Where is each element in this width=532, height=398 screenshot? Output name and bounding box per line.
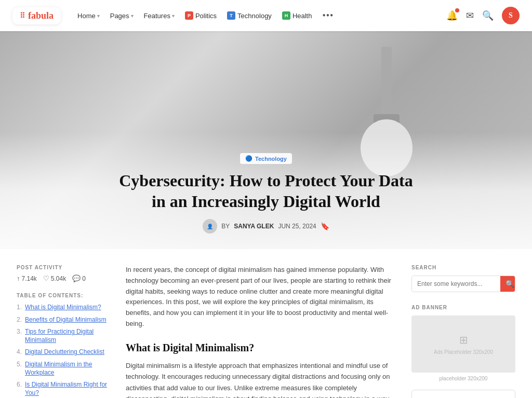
- nav-features[interactable]: Features ▾: [144, 12, 175, 20]
- chevron-down-icon: ▾: [172, 13, 175, 19]
- views-stat: ↑ 7.14k: [17, 275, 37, 282]
- article-section-heading: What is Digital Minimalism?: [126, 342, 396, 354]
- toc-item-2: 2. Benefits of Digital Minimalism: [17, 316, 110, 324]
- left-sidebar: POST ACTIVITY ↑ 7.14k ♡ 5.04k 💬 0 TABLE …: [17, 265, 110, 398]
- toc-item-4: 4. Digital Decluttering Checklist: [17, 348, 110, 356]
- notifications-button[interactable]: 🔔: [446, 10, 458, 21]
- toc-link-5[interactable]: Digital Minimalism in the Workplace: [25, 361, 110, 377]
- hero-overlay: 🔵 Technology Cybersecurity: How to Prote…: [0, 132, 532, 249]
- ad-banner-label: AD BANNER: [411, 305, 515, 310]
- more-options-icon[interactable]: •••: [322, 10, 334, 21]
- article-paragraph-1: Digital minimalism is a lifestyle approa…: [126, 360, 396, 398]
- nav-politics[interactable]: P Politics: [185, 11, 217, 20]
- ad-placeholder-text: Ads Placeholder 320x200: [434, 349, 493, 355]
- table-of-contents: 1. What is Digital Minimalism? 2. Benefi…: [17, 304, 110, 397]
- comments-count: 0: [82, 275, 86, 282]
- bookmark-icon[interactable]: 🔖: [321, 222, 329, 230]
- toc-link-4[interactable]: Digital Decluttering Checklist: [25, 348, 104, 356]
- post-stats: ↑ 7.14k ♡ 5.04k 💬 0: [17, 275, 110, 282]
- toc-link-6[interactable]: Is Digital Minimalism Right for You?: [25, 381, 110, 397]
- mail-button[interactable]: ✉: [466, 10, 474, 21]
- ad-banner-placeholder: ⊞ Ads Placeholder 320x200: [411, 315, 515, 373]
- right-sidebar: SEARCH 🔍 AD BANNER ⊞ Ads Placeholder 320…: [411, 265, 515, 398]
- comment-icon: 💬: [72, 275, 81, 282]
- article-category-tag[interactable]: 🔵 Technology: [240, 153, 292, 164]
- toc-item-6: 6. Is Digital Minimalism Right for You?: [17, 381, 110, 397]
- ad-size-label: placeholder 320x200: [411, 376, 515, 381]
- health-icon: H: [282, 11, 290, 20]
- logo-dots-icon: ⠿: [20, 11, 25, 20]
- technology-tag-icon: 🔵: [245, 155, 252, 162]
- technology-icon: T: [227, 11, 235, 20]
- toc-link-3[interactable]: Tips for Practicing Digital Minimalism: [25, 328, 110, 344]
- nav-health[interactable]: H Health: [282, 11, 312, 20]
- toc-item-5: 5. Digital Minimalism in the Workplace: [17, 361, 110, 377]
- navbar-left: ⠿ fabula Home ▾ Pages ▾ Features ▾ P Pol…: [12, 7, 334, 24]
- main-content: POST ACTIVITY ↑ 7.14k ♡ 5.04k 💬 0 TABLE …: [6, 265, 526, 398]
- search-box: 🔍: [411, 276, 515, 292]
- article-date: JUN 25, 2024: [278, 223, 316, 230]
- logo-text: fabula: [28, 10, 54, 21]
- author-name[interactable]: SANYA GLEK: [234, 223, 274, 230]
- likes-count: 5.04k: [51, 275, 66, 282]
- search-icon: 🔍: [482, 10, 494, 21]
- post-activity-label: POST ACTIVITY: [17, 265, 110, 270]
- toc-item-3: 3. Tips for Practicing Digital Minimalis…: [17, 328, 110, 344]
- toc-label: TABLE OF CONTENTS:: [17, 293, 110, 298]
- search-button[interactable]: 🔍: [482, 10, 494, 21]
- nav-pages[interactable]: Pages ▾: [110, 12, 134, 20]
- hero-section: 🔵 Technology Cybersecurity: How to Prote…: [0, 31, 532, 249]
- chevron-down-icon: ▾: [131, 13, 134, 19]
- search-submit-button[interactable]: 🔍: [500, 276, 515, 292]
- mail-icon: ✉: [466, 10, 474, 21]
- notification-dot: [455, 8, 459, 12]
- nav-technology[interactable]: T Technology: [227, 11, 272, 20]
- toc-link-1[interactable]: What is Digital Minimalism?: [25, 304, 101, 312]
- chart-icon: ↑: [17, 275, 20, 282]
- likes-stat: ♡ 5.04k: [43, 275, 66, 282]
- nav-home[interactable]: Home ▾: [77, 12, 100, 20]
- article-content: In recent years, the concept of digital …: [126, 265, 396, 398]
- search-input[interactable]: [412, 277, 500, 291]
- navbar: ⠿ fabula Home ▾ Pages ▾ Features ▾ P Pol…: [0, 0, 532, 31]
- politics-icon: P: [185, 11, 193, 20]
- comments-stat: 💬 0: [72, 275, 86, 282]
- toc-link-2[interactable]: Benefits of Digital Minimalism: [25, 316, 107, 324]
- article-title: Cybersecurity: How to Protect Your Data …: [110, 170, 422, 212]
- nav-links: Home ▾ Pages ▾ Features ▾ P Politics T T…: [77, 10, 334, 21]
- navbar-right: 🔔 ✉ 🔍 S: [446, 7, 520, 24]
- toc-item-1: 1. What is Digital Minimalism?: [17, 304, 110, 312]
- article-intro: In recent years, the concept of digital …: [126, 265, 396, 330]
- views-count: 7.14k: [22, 275, 37, 282]
- article-meta: 👤 BY SANYA GLEK JUN 25, 2024 🔖: [10, 219, 522, 234]
- search-submit-icon: 🔍: [506, 280, 514, 288]
- search-section-label: SEARCH: [411, 265, 515, 270]
- image-placeholder-icon: ⊞: [459, 334, 468, 346]
- chevron-down-icon: ▾: [97, 13, 100, 19]
- email-widget[interactable]: ✉: [411, 390, 515, 398]
- author-avatar: 👤: [203, 219, 217, 234]
- logo[interactable]: ⠿ fabula: [12, 7, 61, 24]
- heart-icon: ♡: [43, 275, 49, 282]
- user-avatar[interactable]: S: [502, 7, 520, 24]
- by-label: BY: [221, 223, 230, 230]
